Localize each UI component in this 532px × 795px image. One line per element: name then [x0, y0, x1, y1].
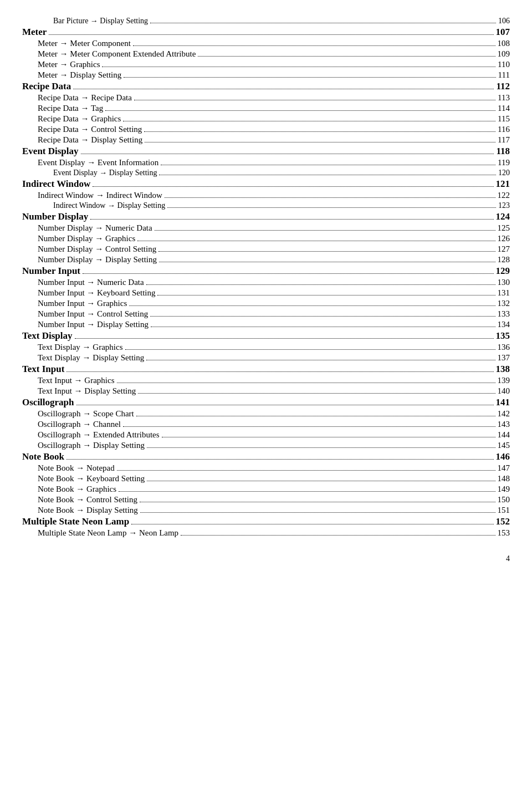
- toc-item-dots: [145, 142, 495, 142]
- toc-item: Number Display → Display Setting128: [22, 255, 510, 264]
- toc-item-page: 138: [496, 364, 510, 375]
- toc-item: Indirect Window121: [22, 179, 510, 190]
- toc-item-page: 124: [496, 211, 510, 222]
- toc-item-dots: [125, 349, 495, 350]
- toc-item-label: Number Input → Graphics: [38, 299, 127, 308]
- toc-item-label: Bar Picture → Display Setting: [53, 17, 148, 26]
- toc-item-page: 145: [498, 441, 510, 450]
- toc-item-page: 146: [496, 451, 510, 462]
- toc-item-label: Text Input: [22, 364, 64, 375]
- toc-item-dots: [181, 535, 495, 536]
- toc-item-dots: [146, 284, 495, 285]
- toc-item-page: 135: [496, 330, 510, 342]
- toc-item-dots: [73, 89, 494, 89]
- toc-item: Recipe Data → Display Setting117: [22, 135, 510, 145]
- toc-item-page: 129: [496, 266, 510, 277]
- toc-item: Recipe Data112: [22, 81, 510, 92]
- toc-item-dots: [93, 186, 493, 187]
- toc-item-dots: [140, 512, 495, 513]
- toc-item: Note Book146: [22, 451, 510, 462]
- toc-item: Number Input → Graphics132: [22, 299, 510, 308]
- toc-item: Text Input138: [22, 364, 510, 375]
- toc-item-dots: [136, 416, 495, 416]
- toc-item-page: 153: [498, 528, 510, 538]
- toc-item: Note Book → Display Setting151: [22, 506, 510, 515]
- toc-item: Number Display124: [22, 211, 510, 222]
- toc-item: Number Display → Control Setting127: [22, 244, 510, 254]
- toc-item-page: 142: [498, 409, 510, 419]
- toc-item-label: Text Display → Display Setting: [38, 353, 144, 363]
- toc-item-page: 139: [498, 376, 510, 385]
- toc-item-dots: [198, 56, 495, 57]
- toc-item-label: Number Display: [22, 211, 88, 222]
- toc-item-label: Note Book → Control Setting: [38, 495, 137, 504]
- toc-item-label: Recipe Data → Tag: [38, 104, 103, 113]
- toc-item-page: 136: [498, 343, 510, 352]
- toc-item: Note Book → Notepad147: [22, 463, 510, 473]
- toc-item-page: 111: [498, 70, 510, 80]
- toc-item-dots: [76, 405, 494, 405]
- toc-item-page: 127: [498, 244, 510, 254]
- toc-item-page: 149: [498, 485, 510, 494]
- toc-item-dots: [151, 327, 495, 327]
- toc-item-dots: [81, 154, 494, 154]
- toc-item: Text Input → Display Setting140: [22, 386, 510, 396]
- toc-item: Oscillograph → Display Setting145: [22, 441, 510, 450]
- toc-item-label: Recipe Data: [22, 81, 71, 92]
- toc-item: Oscillograph → Scope Chart142: [22, 409, 510, 419]
- toc-item-page: 115: [498, 114, 510, 124]
- toc-item-page: 134: [498, 320, 510, 329]
- toc-item-dots: [134, 100, 495, 100]
- toc-item: Note Book → Graphics149: [22, 485, 510, 494]
- toc-item-label: Oscillograph → Scope Chart: [38, 409, 134, 419]
- toc-item-dots: [66, 459, 493, 460]
- toc-item-dots: [146, 360, 495, 360]
- toc-item-label: Meter → Meter Component: [38, 39, 131, 48]
- toc-item-page: 125: [498, 223, 510, 233]
- toc-item-page: 113: [498, 93, 510, 103]
- toc-item: Recipe Data → Recipe Data113: [22, 93, 510, 103]
- toc-item-page: 107: [496, 27, 510, 38]
- toc-item-page: 151: [498, 506, 510, 515]
- toc-item: Recipe Data → Graphics115: [22, 114, 510, 124]
- toc-item-page: 126: [498, 234, 510, 243]
- toc-item-dots: [83, 273, 493, 274]
- toc-item-dots: [140, 502, 495, 502]
- toc-item-label: Oscillograph → Extended Attributes: [38, 430, 160, 440]
- toc-item: Note Book → Control Setting150: [22, 495, 510, 504]
- toc-item: Indirect Window → Display Setting123: [22, 201, 510, 210]
- toc-item-page: 128: [498, 255, 510, 264]
- toc-item: Number Display → Graphics126: [22, 234, 510, 243]
- toc-item-label: Text Input → Graphics: [38, 376, 115, 385]
- toc-item-label: Indirect Window → Display Setting: [53, 201, 165, 210]
- toc-item-dots: [144, 131, 495, 132]
- toc-item-label: Note Book: [22, 451, 64, 462]
- toc-item-dots: [129, 305, 495, 306]
- toc-item-label: Multiple State Neon Lamp: [22, 516, 129, 527]
- toc-item-label: Number Display → Display Setting: [38, 255, 157, 264]
- toc-item-label: Oscillograph → Display Setting: [38, 441, 145, 450]
- toc-item-page: 133: [498, 309, 510, 319]
- toc-item-label: Number Input: [22, 266, 80, 277]
- toc-item: Number Input → Numeric Data130: [22, 278, 510, 287]
- toc-item-page: 121: [496, 179, 510, 190]
- toc-item-label: Number Input → Display Setting: [38, 320, 149, 329]
- toc-item-page: 119: [498, 158, 510, 167]
- toc-item: Multiple State Neon Lamp152: [22, 516, 510, 527]
- toc-item-page: 108: [498, 39, 510, 48]
- toc-item-label: Note Book → Keyboard Setting: [38, 474, 145, 483]
- toc-item-label: Event Display → Event Information: [38, 158, 158, 167]
- toc-item: Number Input → Display Setting134: [22, 320, 510, 329]
- toc-item: Multiple State Neon Lamp → Neon Lamp153: [22, 528, 510, 538]
- toc-item: Note Book → Keyboard Setting148: [22, 474, 510, 483]
- toc-item: Text Display → Graphics136: [22, 343, 510, 352]
- toc-item-dots: [49, 34, 493, 35]
- toc-item-page: 143: [498, 420, 510, 429]
- toc-item-dots: [159, 175, 496, 175]
- toc-item-label: Note Book → Notepad: [38, 463, 115, 473]
- toc-item-page: 141: [496, 397, 510, 408]
- toc-item-dots: [123, 121, 495, 121]
- toc-item-dots: [167, 207, 496, 208]
- toc-item-page: 150: [498, 495, 510, 504]
- toc-item-page: 140: [498, 386, 510, 396]
